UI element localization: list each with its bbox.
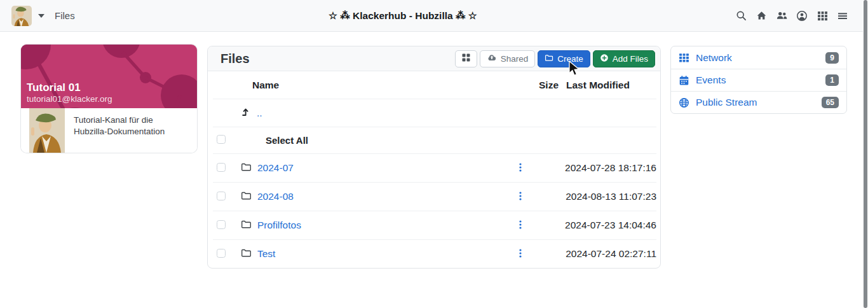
sidebar-item-network[interactable]: Network 9	[671, 46, 846, 69]
file-row: 2024-08 2024-08-13 11:07:23	[213, 183, 656, 211]
folder-link[interactable]: 2024-07	[257, 162, 294, 174]
files-table: Name Size Last Modified .. Select All	[213, 71, 656, 268]
channel-name: Tutorial 01	[27, 81, 112, 94]
channel-description: Tutorial-Kanal für die Hubzilla-Dokument…	[65, 108, 197, 153]
plus-circle-icon	[600, 53, 609, 64]
cloud-upload-icon	[487, 53, 497, 64]
select-all-label: Select All	[234, 127, 509, 154]
folder-icon	[241, 190, 252, 203]
scrollbar-thumb[interactable]	[864, 0, 867, 308]
sidebar-item-events[interactable]: Events 1	[671, 69, 846, 91]
sidebar-events-label: Events	[696, 74, 825, 86]
row-checkbox[interactable]	[217, 220, 226, 229]
grid-view-icon	[462, 53, 470, 64]
file-tools-icon[interactable]	[519, 162, 522, 172]
select-all-checkbox[interactable]	[217, 135, 226, 144]
files-panel-title: Files	[220, 52, 250, 66]
events-count-badge: 1	[825, 74, 839, 86]
row-checkbox[interactable]	[217, 192, 226, 200]
file-tools-icon[interactable]	[519, 220, 522, 230]
top-navbar: Files ☆ ⁂ Klackerhub - Hubzilla ⁂ ☆	[0, 0, 863, 32]
file-row: 2024-07 2024-07-28 18:17:16	[213, 154, 656, 183]
file-modified: 2024-08-13 11:07:23	[561, 183, 656, 211]
parent-directory-row: ..	[213, 99, 656, 127]
create-button-label: Create	[557, 54, 583, 64]
site-title: ☆ ⁂ Klackerhub - Hubzilla ⁂ ☆	[75, 10, 731, 22]
page-scrollbar[interactable]	[863, 0, 868, 308]
menu-icon[interactable]	[832, 6, 853, 26]
folder-link[interactable]: Profilfotos	[257, 220, 301, 231]
file-size	[532, 211, 561, 240]
column-header-size: Size	[532, 71, 561, 99]
file-tools-icon[interactable]	[519, 191, 522, 201]
view-toggle-button[interactable]	[455, 50, 477, 67]
groups-icon[interactable]	[771, 6, 792, 26]
column-header-name: Name	[234, 71, 509, 99]
folder-icon	[241, 219, 252, 232]
globe-icon	[679, 97, 689, 108]
file-size	[532, 154, 561, 183]
sidebar-item-public-stream[interactable]: Public Stream 65	[671, 91, 846, 113]
chevron-down-icon[interactable]	[38, 14, 44, 18]
account-icon[interactable]	[792, 6, 812, 26]
file-modified: 2024-07-24 02:27:11	[561, 240, 656, 269]
search-icon[interactable]	[731, 6, 751, 26]
up-directory-icon	[241, 107, 251, 119]
file-tools-icon[interactable]	[519, 248, 522, 258]
current-app-label: Files	[55, 10, 75, 21]
channel-banner: Tutorial 01 tutorial01@klacker.org	[21, 45, 197, 108]
folder-icon	[545, 53, 553, 64]
files-toolbar: Shared Create Add Files	[455, 50, 655, 67]
create-button[interactable]: Create	[538, 50, 590, 67]
calendar-icon	[679, 75, 689, 86]
sidebar-public-stream-label: Public Stream	[696, 97, 822, 108]
file-size	[532, 183, 561, 211]
network-count-badge: 9	[825, 52, 839, 64]
shared-button[interactable]: Shared	[480, 50, 536, 67]
parent-directory-link[interactable]: ..	[257, 108, 262, 119]
file-modified: 2024-07-28 18:17:16	[561, 154, 656, 183]
folder-icon	[241, 248, 252, 260]
channel-profile-card: Tutorial 01 tutorial01@klacker.org Tutor…	[21, 45, 197, 153]
navbar-icons	[731, 6, 853, 26]
file-row: Test 2024-07-24 02:27:11	[213, 240, 656, 269]
channel-avatar[interactable]	[11, 6, 32, 26]
select-all-row: Select All	[213, 127, 656, 154]
files-panel-header: Files Shared Create	[208, 46, 660, 71]
navbar-left: Files	[11, 6, 75, 26]
file-size	[532, 240, 561, 269]
folder-link[interactable]: Test	[257, 248, 275, 260]
column-header-modified: Last Modified	[561, 71, 656, 99]
file-modified: 2024-07-23 14:04:46	[561, 211, 656, 240]
row-checkbox[interactable]	[217, 249, 226, 258]
sidebar-network-label: Network	[696, 52, 825, 64]
folder-link[interactable]: 2024-08	[257, 191, 294, 202]
shared-button-label: Shared	[501, 54, 529, 64]
profile-card-body: Tutorial-Kanal für die Hubzilla-Dokument…	[21, 108, 197, 153]
home-icon[interactable]	[751, 6, 771, 26]
files-panel: Files Shared Create	[207, 46, 661, 269]
channel-identity: Tutorial 01 tutorial01@klacker.org	[27, 81, 112, 104]
add-files-button-label: Add Files	[613, 54, 648, 64]
apps-grid-icon[interactable]	[812, 6, 832, 26]
add-files-button[interactable]: Add Files	[593, 50, 655, 67]
public-stream-count-badge: 65	[822, 97, 839, 108]
channel-photo	[29, 108, 65, 153]
files-table-header-row: Name Size Last Modified	[213, 71, 656, 99]
grid-3x3-icon	[679, 52, 689, 63]
folder-icon	[241, 162, 252, 174]
row-checkbox[interactable]	[217, 163, 226, 172]
channel-address: tutorial01@klacker.org	[27, 94, 112, 104]
file-row: Profilfotos 2024-07-23 14:04:46	[213, 211, 656, 240]
right-sidebar: Network 9 Events 1 Public Stream	[670, 46, 847, 114]
